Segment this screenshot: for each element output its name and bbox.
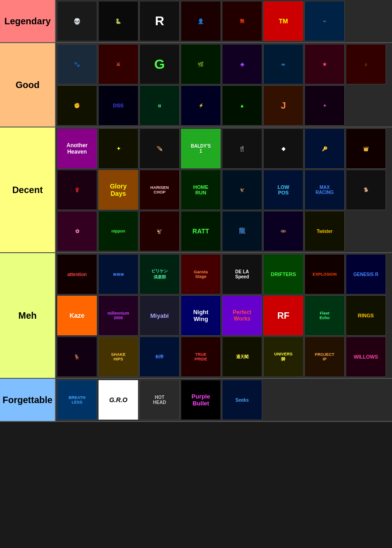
- item-fleet-echo[interactable]: Fleet Echo: [304, 295, 345, 336]
- item-another-heaven[interactable]: Another Heaven: [57, 128, 97, 169]
- item-flower[interactable]: 🌹: [57, 170, 97, 210]
- item-genesis[interactable]: GENESIS R: [346, 254, 386, 294]
- item-rings[interactable]: RINGS: [346, 295, 386, 336]
- tier-row-good: Good🐾⚔G🌿◈∞★♪✊DSSα⚡▲J✦: [0, 43, 392, 127]
- item-baldys[interactable]: BALDY'S 1: [181, 128, 221, 169]
- item-gro[interactable]: G.R.O: [98, 380, 138, 420]
- item-commander[interactable]: ⚔: [98, 44, 138, 84]
- item-true-pride[interactable]: TRUE PRIDE: [181, 337, 221, 377]
- item-bouken[interactable]: 🐾: [57, 44, 97, 84]
- tier-items-legendary: 💀🐍R👤無TM∞: [55, 0, 392, 42]
- item-another-star[interactable]: ✦: [98, 128, 138, 169]
- item-diamond[interactable]: ◆: [263, 128, 304, 169]
- item-shake-hips[interactable]: SHAKE HIPS: [98, 337, 138, 377]
- item-univers[interactable]: UNIVERS 獅: [263, 337, 304, 377]
- item-glory-days[interactable]: Glory Days: [98, 170, 138, 210]
- item-perfect-works[interactable]: Perfect Works: [222, 295, 262, 336]
- tier-label-good: Good: [0, 43, 55, 127]
- item-low-pos[interactable]: LOW POS: [263, 170, 304, 210]
- tier-row-decent: DecentAnother Heaven✦🪶BALDY'S 1🍴◆🔑👑🌹Glor…: [0, 127, 392, 253]
- item-hot-head[interactable]: HOT HEAD: [139, 380, 180, 420]
- item-highway-outlaw[interactable]: 🐍: [98, 1, 138, 41]
- item-r-logo[interactable]: R: [139, 1, 180, 41]
- item-breathless[interactable]: BREATH LESS: [57, 380, 97, 420]
- item-harisen[interactable]: HARISEN CHOP: [139, 170, 180, 210]
- tier-row-forgettable: ForgettableBREATH LESSG.R.OHOT HEADPurpl…: [0, 379, 392, 422]
- item-thunder-dragoon[interactable]: ⚡: [181, 85, 221, 126]
- item-in-gallery[interactable]: ◈: [222, 44, 262, 84]
- item-miyabi[interactable]: Miyabi: [139, 295, 180, 336]
- item-rf[interactable]: RF: [263, 295, 304, 336]
- item-max-racing[interactable]: MAX RACING: [304, 170, 345, 210]
- tier-items-forgettable: BREATH LESSG.R.OHOT HEADPurple BulletSee…: [55, 379, 392, 421]
- item-miracle-dogs[interactable]: 🐕: [346, 170, 386, 210]
- item-deer[interactable]: 🦌: [57, 337, 97, 377]
- item-tokoton[interactable]: 👤: [181, 1, 221, 41]
- item-rio[interactable]: 龍: [222, 211, 262, 251]
- item-team-alpha[interactable]: α: [139, 85, 180, 126]
- item-night-wing[interactable]: Night Wing: [181, 295, 221, 336]
- item-ken[interactable]: 剣亭: [139, 337, 180, 377]
- item-bats[interactable]: 🦇: [263, 211, 304, 251]
- item-tsuten[interactable]: 通天閣: [222, 337, 262, 377]
- tier-row-meh: Mehattention≋≋≋ビリケン 倶楽部Gansta StageDE LA…: [0, 253, 392, 379]
- item-seeks[interactable]: Seeks: [222, 380, 262, 420]
- item-freeway[interactable]: 🌿: [181, 44, 221, 84]
- tier-items-good: 🐾⚔G🌿◈∞★♪✊DSSα⚡▲J✦: [55, 43, 392, 127]
- item-knife-forks[interactable]: 🦅: [222, 170, 262, 210]
- tier-row-legendary: Legendary💀🐍R👤無TM∞: [0, 0, 392, 43]
- item-purple-bullet[interactable]: Purple Bullet: [181, 380, 221, 420]
- item-wind-stars[interactable]: ✦: [304, 85, 345, 126]
- item-willows[interactable]: WILLOWS: [346, 337, 386, 377]
- item-infinity[interactable]: ∞: [263, 44, 304, 84]
- item-tiermaker-logo[interactable]: TM: [263, 1, 304, 41]
- item-project-ip[interactable]: PROJECT IP: [304, 337, 345, 377]
- item-top-level[interactable]: ▲: [222, 85, 262, 126]
- item-big-wave[interactable]: ≋≋≋: [98, 254, 138, 294]
- tier-label-legendary: Legendary: [0, 0, 55, 42]
- item-capricious[interactable]: 🪶: [139, 128, 180, 169]
- item-rhythm[interactable]: ♪: [346, 44, 386, 84]
- tier-label-decent: Decent: [0, 127, 55, 252]
- item-first-lady[interactable]: 👑: [346, 128, 386, 169]
- item-rated[interactable]: ★: [304, 44, 345, 84]
- tier-label-forgettable: Forgettable: [0, 379, 55, 421]
- item-unlimited[interactable]: ∞: [304, 1, 345, 41]
- item-pink-floral[interactable]: ✿: [57, 211, 97, 251]
- item-nolo[interactable]: 無: [222, 1, 262, 41]
- item-millennium[interactable]: millennium 2000: [98, 295, 138, 336]
- item-gansta[interactable]: Gansta Stage: [181, 254, 221, 294]
- item-drifters[interactable]: DRIFTERS: [263, 254, 304, 294]
- item-nippon[interactable]: nippon: [98, 211, 138, 251]
- item-j-item[interactable]: J: [263, 85, 304, 126]
- item-road-justice[interactable]: ✊: [57, 85, 97, 126]
- item-attention[interactable]: attention: [57, 254, 97, 294]
- tier-items-decent: Another Heaven✦🪶BALDY'S 1🍴◆🔑👑🌹Glory Days…: [55, 127, 392, 252]
- item-hiriken[interactable]: ビリケン 倶楽部: [139, 254, 180, 294]
- item-phoenix[interactable]: 🦅: [139, 211, 180, 251]
- item-speed-farm[interactable]: 🔑: [304, 128, 345, 169]
- item-dss[interactable]: DSS: [98, 85, 138, 126]
- item-explosion[interactable]: EXPLOSION: [304, 254, 345, 294]
- item-home-run[interactable]: HOME RUN: [181, 170, 221, 210]
- item-darts[interactable]: 💀: [57, 1, 97, 41]
- item-knifefork-logo[interactable]: 🍴: [222, 128, 262, 169]
- item-kaze[interactable]: Kaze: [57, 295, 97, 336]
- item-ratt[interactable]: RATT: [181, 211, 221, 251]
- item-dela-speed[interactable]: DE LA Speed: [222, 254, 262, 294]
- item-g-logo[interactable]: G: [139, 44, 180, 84]
- tier-items-meh: attention≋≋≋ビリケン 倶楽部Gansta StageDE LA Sp…: [55, 253, 392, 378]
- item-twister[interactable]: Twister: [304, 211, 345, 251]
- tier-label-meh: Meh: [0, 253, 55, 378]
